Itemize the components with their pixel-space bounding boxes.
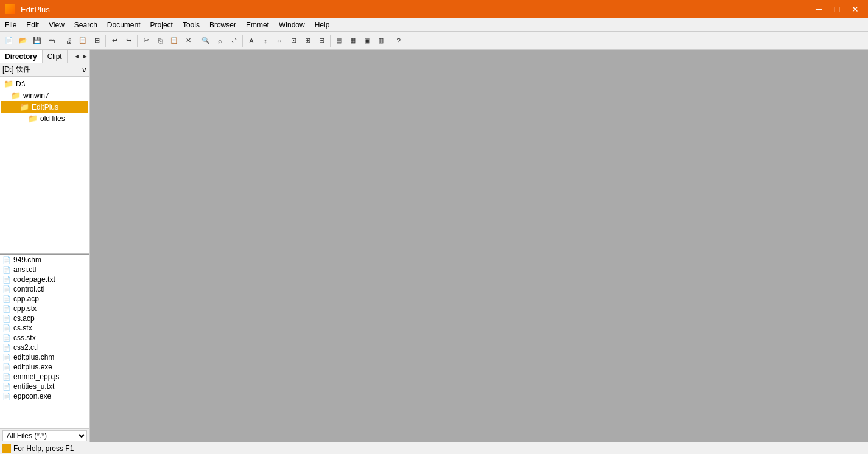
dir-expand-icon[interactable]: ∨ (82, 66, 87, 74)
tb-print[interactable]: 🖨 (62, 34, 75, 47)
tb-copy[interactable]: ⎘ (153, 34, 167, 47)
tree-item-label: winwin7 (23, 91, 49, 100)
minimize-button[interactable]: ─ (811, 3, 827, 15)
tb-btn5[interactable]: ↔ (273, 34, 286, 47)
maximize-button[interactable]: □ (829, 3, 845, 15)
menu-tools[interactable]: Tools (178, 18, 205, 31)
folder-icon: 📁 (4, 79, 13, 88)
menu-view[interactable]: View (44, 18, 69, 31)
file-item[interactable]: 📄cpp.stx (0, 304, 89, 313)
filter-select[interactable]: All Files (*.*) (2, 430, 87, 441)
tb-find2[interactable]: ⌕ (213, 34, 226, 47)
file-icon: 📄 (2, 324, 11, 332)
title-bar: EditPlus ─ □ ✕ (0, 0, 868, 18)
tb-sep3 (137, 35, 138, 47)
tb-sep2 (105, 35, 106, 47)
menu-project[interactable]: Project (145, 18, 178, 31)
file-item[interactable]: 📄cs.acp (0, 313, 89, 323)
title-bar-left: EditPlus (5, 4, 50, 14)
file-item[interactable]: 📄editplus.chm (0, 352, 89, 362)
content-area (90, 50, 868, 442)
file-item[interactable]: 📄css2.ctl (0, 343, 89, 352)
tab-directory[interactable]: Directory (0, 50, 43, 63)
menu-edit[interactable]: Edit (21, 18, 44, 31)
file-item[interactable]: 📄control.ctl (0, 284, 89, 294)
folder-icon: 📁 (11, 91, 21, 100)
file-icon: 📄 (2, 363, 11, 371)
filter-bar: All Files (*.*) (0, 428, 89, 442)
file-icon: 📄 (2, 393, 11, 400)
tree-item-editplus[interactable]: 📁 EditPlus (1, 101, 88, 113)
tree-item-d[interactable]: 📁 D:\ (1, 78, 88, 89)
tb-cut[interactable]: ✂ (139, 34, 153, 47)
file-item[interactable]: 📄codepage.txt (0, 274, 89, 284)
menu-help[interactable]: Help (310, 18, 335, 31)
file-item[interactable]: 📄ansi.ctl (0, 265, 89, 274)
tree-item-winwin7[interactable]: 📁 winwin7 (1, 89, 88, 101)
file-icon: 📄 (2, 295, 11, 303)
tb-undo[interactable]: ↩ (108, 34, 121, 47)
file-item[interactable]: 📄css.stx (0, 333, 89, 343)
file-item[interactable]: 📄entities_u.txt (0, 382, 89, 391)
file-item[interactable]: 📄eppcon.exe (0, 391, 89, 401)
file-icon: 📄 (2, 373, 11, 381)
file-list-inner: 📄949.chm 📄ansi.ctl 📄codepage.txt 📄contro… (0, 255, 89, 428)
file-item[interactable]: 📄editplus.exe (0, 362, 89, 372)
file-icon: 📄 (2, 315, 11, 323)
file-item[interactable]: 📄949.chm (0, 255, 89, 265)
menu-window[interactable]: Window (274, 18, 310, 31)
status-help-text: For Help, press F1 (13, 444, 74, 453)
tb-delete[interactable]: ✕ (181, 34, 195, 47)
file-icon: 📄 (2, 285, 11, 293)
tb-font[interactable]: A (245, 34, 258, 47)
tab-nav-next[interactable]: ► (81, 50, 89, 63)
menu-search[interactable]: Search (69, 18, 102, 31)
tb-help[interactable]: ? (392, 34, 405, 47)
file-item[interactable]: 📄emmet_epp.js (0, 372, 89, 382)
file-list-scroll: 📄949.chm 📄ansi.ctl 📄codepage.txt 📄contro… (0, 255, 89, 428)
toolbar: 📄 📂 💾 🗃 🖨 📋 ⊞ ↩ ↪ ✂ ⎘ 📋 ✕ 🔍 ⌕ ⇌ A ↕ ↔ ⊡ … (0, 32, 868, 50)
menu-file[interactable]: File (0, 18, 21, 31)
tb-save[interactable]: 💾 (30, 34, 44, 47)
tb-print2[interactable]: 📋 (76, 34, 89, 47)
tb-btn8[interactable]: ⊟ (315, 34, 328, 47)
tb-layout1[interactable]: ▤ (332, 34, 346, 47)
tree-item-label: old files (40, 114, 65, 123)
tb-open[interactable]: 📂 (16, 34, 30, 47)
tb-sep1 (60, 35, 60, 47)
menu-browser[interactable]: Browser (205, 18, 241, 31)
title-bar-controls: ─ □ ✕ (811, 3, 863, 15)
sidebar: Directory Clipt ◄ ► [D:] 软件 ∨ 📁 D:\ 📁 wi… (0, 50, 90, 442)
tb-btn7[interactable]: ⊞ (301, 34, 314, 47)
folder-icon: 📁 (28, 114, 38, 123)
tb-btn6[interactable]: ⊡ (287, 34, 300, 47)
tab-nav-prev[interactable]: ◄ (72, 50, 81, 63)
tb-find[interactable]: 🔍 (199, 34, 212, 47)
file-icon: 📄 (2, 383, 11, 391)
dir-path[interactable]: [D:] 软件 ∨ (0, 63, 89, 77)
tb-save2[interactable]: 🗃 (44, 34, 58, 47)
tb-paste[interactable]: 📋 (167, 34, 181, 47)
close-button[interactable]: ✕ (847, 3, 863, 15)
tab-clipt[interactable]: Clipt (43, 50, 68, 63)
sidebar-tabs: Directory Clipt ◄ ► (0, 50, 89, 63)
file-item[interactable]: 📄cs.stx (0, 323, 89, 333)
file-icon: 📄 (2, 266, 11, 274)
tree-area: 📁 D:\ 📁 winwin7 📁 EditPlus 📁 old files (0, 77, 89, 253)
sidebar-tab-nav: ◄ ► (72, 50, 89, 63)
tb-find3[interactable]: ⇌ (227, 34, 240, 47)
tb-layout3[interactable]: ▣ (360, 34, 374, 47)
tree-item-label: EditPlus (32, 103, 58, 111)
tb-btn4[interactable]: ↕ (259, 34, 272, 47)
tb-sep5 (242, 35, 243, 47)
tb-btn3[interactable]: ⊞ (90, 34, 103, 47)
tb-layout4[interactable]: ▥ (374, 34, 388, 47)
tb-new[interactable]: 📄 (2, 34, 16, 47)
tree-item-oldfiles[interactable]: 📁 old files (1, 113, 88, 124)
tb-redo[interactable]: ↪ (122, 34, 135, 47)
file-item[interactable]: 📄cpp.acp (0, 294, 89, 304)
menu-emmet[interactable]: Emmet (241, 18, 274, 31)
menu-bar: File Edit View Search Document Project T… (0, 18, 868, 32)
tb-layout2[interactable]: ▦ (346, 34, 360, 47)
menu-document[interactable]: Document (102, 18, 145, 31)
